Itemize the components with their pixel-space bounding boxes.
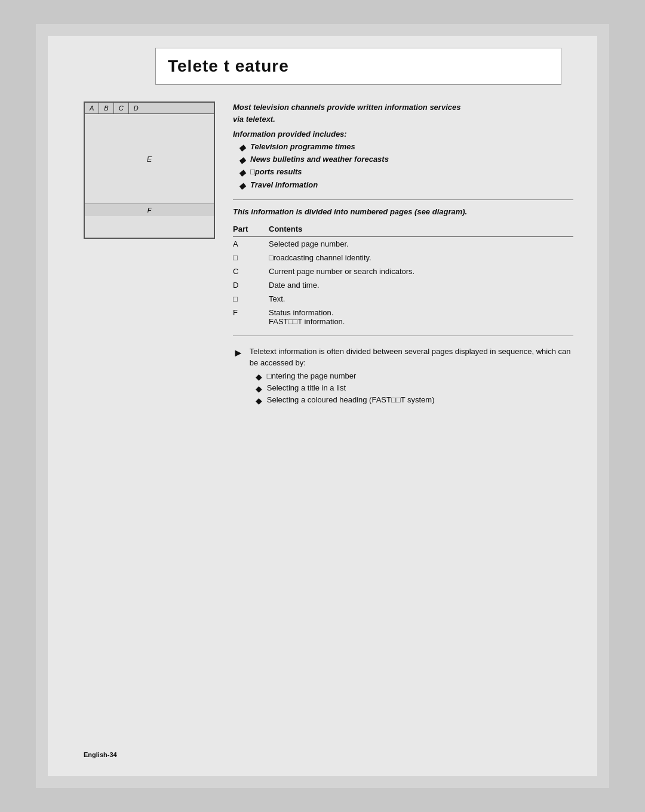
table-cell-part: D bbox=[233, 278, 269, 292]
info-header: Information provided includes: bbox=[233, 130, 573, 139]
bullet-icon: ◆ bbox=[256, 383, 262, 394]
diagram-tab-d: D bbox=[129, 103, 143, 113]
bullet-icon: ◆ bbox=[239, 155, 245, 165]
bottom-divider bbox=[233, 336, 573, 336]
intro-paragraph: Most television channels provide written… bbox=[233, 102, 573, 125]
page-number: English-34 bbox=[84, 751, 117, 758]
diagram-top-bar: A B C D bbox=[85, 103, 214, 114]
bullet-text: Travel information bbox=[250, 180, 318, 189]
list-item: ◆ □ntering the page number bbox=[256, 371, 573, 382]
list-item: ◆ □ports results bbox=[239, 167, 573, 178]
table-row: F Status information.FAST□□T information… bbox=[233, 306, 573, 328]
diagram-bottom-bar: F bbox=[85, 204, 214, 216]
bullet-icon: ◆ bbox=[256, 371, 262, 382]
diagram-letter-f: F bbox=[148, 207, 152, 214]
table-cell-contents: Selected page number. bbox=[269, 236, 573, 251]
bullet-icon: ◆ bbox=[256, 395, 262, 406]
table-cell-contents: Text. bbox=[269, 292, 573, 306]
diagram-tab-a: A bbox=[85, 103, 99, 113]
list-item: ◆ Travel information bbox=[239, 180, 573, 191]
bullet-text: News bulletins and weather forecasts bbox=[250, 155, 389, 164]
diagram-tab-b: B bbox=[99, 103, 113, 113]
diagram-illustration: A B C D E F bbox=[84, 102, 215, 239]
content-box: Telete t eature A B C D E F Most televis… bbox=[48, 36, 597, 776]
table-cell-part: F bbox=[233, 306, 269, 328]
col-header-contents: Contents bbox=[269, 222, 573, 236]
table-cell-contents: Status information.FAST□□T information. bbox=[269, 306, 573, 328]
diagram-content-area: E bbox=[85, 114, 214, 204]
col-header-part: Part bbox=[233, 222, 269, 236]
diagram-tab-c: C bbox=[114, 103, 129, 113]
top-divider bbox=[233, 199, 573, 200]
note-content: Teletext information is often divided be… bbox=[250, 346, 573, 408]
info-table: Part Contents A Selected page number. □ … bbox=[233, 222, 573, 328]
diagram-label: This information is divided into numbere… bbox=[233, 207, 573, 216]
info-bullets: ◆ Television programme times ◆ News bull… bbox=[233, 142, 573, 191]
intro-line2: via teletext. bbox=[233, 115, 275, 124]
table-row: D Date and time. bbox=[233, 278, 573, 292]
table-row: □ □roadcasting channel identity. bbox=[233, 251, 573, 264]
table-cell-contents: □roadcasting channel identity. bbox=[269, 251, 573, 264]
bullet-icon: ◆ bbox=[239, 180, 245, 191]
footer: English-34 bbox=[84, 751, 117, 758]
list-item: ◆ Selecting a title in a list bbox=[256, 383, 573, 394]
table-cell-part: C bbox=[233, 264, 269, 278]
note-bullet-text: Selecting a title in a list bbox=[267, 383, 346, 392]
main-content: Most television channels provide written… bbox=[233, 102, 573, 414]
note-bullets-list: ◆ □ntering the page number ◆ Selecting a… bbox=[250, 371, 573, 407]
bullet-text: Television programme times bbox=[250, 142, 355, 151]
bullet-text: □ports results bbox=[250, 167, 302, 176]
list-item: ◆ News bulletins and weather forecasts bbox=[239, 155, 573, 165]
bullet-icon: ◆ bbox=[239, 142, 245, 153]
note-arrow-icon: ► bbox=[233, 346, 244, 361]
table-cell-contents: Current page number or search indicators… bbox=[269, 264, 573, 278]
bullet-icon: ◆ bbox=[239, 167, 245, 178]
table-row: C Current page number or search indicato… bbox=[233, 264, 573, 278]
table-cell-contents: Date and time. bbox=[269, 278, 573, 292]
table-cell-part: A bbox=[233, 236, 269, 251]
table-cell-part: □ bbox=[233, 251, 269, 264]
note-section: ► Teletext information is often divided … bbox=[233, 346, 573, 408]
diagram-letter-e: E bbox=[147, 155, 152, 164]
intro-line1: Most television channels provide written… bbox=[233, 103, 460, 112]
note-bullet-text: Selecting a coloured heading (FAST□□T sy… bbox=[267, 395, 435, 404]
list-item: ◆ Selecting a coloured heading (FAST□□T … bbox=[256, 395, 573, 406]
note-intro: Teletext information is often divided be… bbox=[250, 347, 571, 368]
table-row: □ Text. bbox=[233, 292, 573, 306]
note-bullet-text: □ntering the page number bbox=[267, 371, 357, 380]
table-cell-part: □ bbox=[233, 292, 269, 306]
page-container: Telete t eature A B C D E F Most televis… bbox=[36, 24, 609, 788]
list-item: ◆ Television programme times bbox=[239, 142, 573, 153]
table-row: A Selected page number. bbox=[233, 236, 573, 251]
page-title: Telete t eature bbox=[168, 57, 289, 75]
title-box: Telete t eature bbox=[155, 48, 561, 85]
